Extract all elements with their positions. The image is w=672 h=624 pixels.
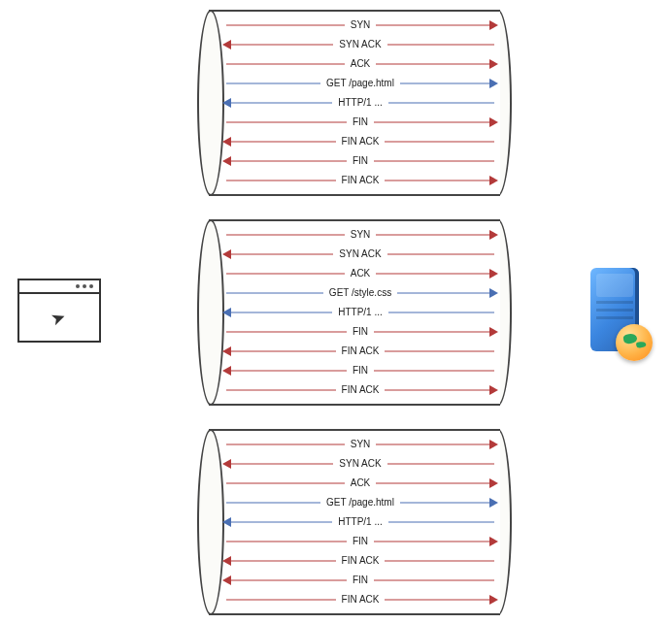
msg-fin-ack: FIN ACK <box>220 383 500 397</box>
msg-ack: ACK <box>220 267 500 280</box>
msg-syn-ack: SYN ACK <box>220 247 500 261</box>
connection-cylinder: SYN SYN ACK ACK GET /page.html HTTP/1 ..… <box>209 10 500 196</box>
msg-fin: FIN <box>220 115 500 129</box>
msg-fin-ack: FIN ACK <box>220 135 500 148</box>
message-list: SYN SYN ACK ACK GET /page.html HTTP/1 ..… <box>220 429 500 615</box>
msg-fin-ack: FIN ACK <box>220 593 500 607</box>
msg-syn: SYN <box>220 438 500 451</box>
msg-http-get: GET /page.html <box>220 77 500 90</box>
msg-syn: SYN <box>220 228 500 242</box>
window-dot-icon <box>76 284 80 288</box>
msg-syn-ack: SYN ACK <box>220 457 500 471</box>
msg-http-resp: HTTP/1 ... <box>220 306 500 319</box>
diagram-stage: ➤ SYN SYN ACK ACK GET /page.html HTTP/1 … <box>0 0 672 624</box>
msg-fin: FIN <box>220 325 500 339</box>
msg-syn-ack: SYN ACK <box>220 38 500 51</box>
msg-http-get: GET /page.html <box>220 496 500 509</box>
window-dot-icon <box>89 284 93 288</box>
msg-http-resp: HTTP/1 ... <box>220 96 500 110</box>
connection-cylinder: SYN SYN ACK ACK GET /style.css HTTP/1 ..… <box>209 219 500 406</box>
msg-fin: FIN <box>220 364 500 378</box>
browser-titlebar <box>19 280 99 294</box>
connection-cylinder: SYN SYN ACK ACK GET /page.html HTTP/1 ..… <box>209 429 500 615</box>
msg-http-get: GET /style.css <box>220 286 500 300</box>
cursor-icon: ➤ <box>48 308 67 329</box>
msg-syn: SYN <box>220 18 500 32</box>
client-browser-icon: ➤ <box>17 279 101 343</box>
message-list: SYN SYN ACK ACK GET /style.css HTTP/1 ..… <box>220 219 500 406</box>
msg-fin-ack: FIN ACK <box>220 174 500 187</box>
msg-fin-ack: FIN ACK <box>220 345 500 358</box>
msg-fin: FIN <box>220 574 500 587</box>
msg-ack: ACK <box>220 476 500 490</box>
msg-ack: ACK <box>220 57 500 71</box>
msg-fin: FIN <box>220 154 500 168</box>
msg-http-resp: HTTP/1 ... <box>220 515 500 529</box>
msg-fin-ack: FIN ACK <box>220 554 500 568</box>
msg-fin: FIN <box>220 535 500 548</box>
window-dot-icon <box>83 284 86 288</box>
message-list: SYN SYN ACK ACK GET /page.html HTTP/1 ..… <box>220 10 500 196</box>
globe-icon <box>616 324 653 361</box>
